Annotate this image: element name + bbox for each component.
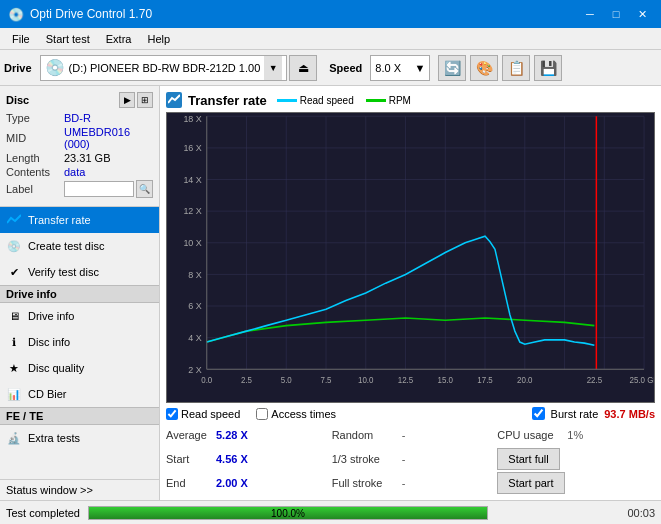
burst-rate-value: 93.7 MB/s	[604, 408, 655, 420]
chart-checkboxes: Read speed Access times Burst rate 93.7 …	[166, 407, 655, 420]
nav-cd-bier[interactable]: 📊 CD Bier	[0, 381, 159, 407]
menu-extra[interactable]: Extra	[98, 31, 140, 47]
nav-transfer-rate-label: Transfer rate	[28, 214, 91, 226]
legend-read-speed-color	[277, 99, 297, 102]
legend-read-speed-label: Read speed	[300, 95, 354, 106]
stats-col-2: Random - 1/3 stroke - Full stroke -	[332, 424, 490, 494]
nav-disc-quality-label: Disc quality	[28, 362, 84, 374]
drive-info-section-header: Drive info	[0, 285, 159, 303]
read-speed-checkbox-label: Read speed	[181, 408, 240, 420]
status-window-label: Status window >>	[6, 484, 93, 496]
fe-te-nav-items: 🔬 Extra tests	[0, 425, 159, 451]
menu-file[interactable]: File	[4, 31, 38, 47]
stats-start-full-row: Start full	[497, 448, 655, 470]
nav-drive-info-label: Drive info	[28, 310, 74, 322]
nav-drive-info[interactable]: 🖥 Drive info	[0, 303, 159, 329]
save-button[interactable]: 💾	[534, 55, 562, 81]
nav-cd-bier-label: CD Bier	[28, 388, 67, 400]
chart-legend: Read speed RPM	[277, 95, 411, 106]
svg-text:10 X: 10 X	[183, 237, 202, 248]
nav-verify-test-disc[interactable]: ✔ Verify test disc	[0, 259, 159, 285]
nav-items: Transfer rate 💿 Create test disc ✔ Verif…	[0, 207, 159, 285]
speed-value: 8.0 X	[375, 62, 401, 74]
stats-start-label: Start	[166, 453, 216, 465]
disc-label-browse[interactable]: 🔍	[136, 180, 153, 198]
disc-icon-1[interactable]: ▶	[119, 92, 135, 108]
disc-mid-row: MID UMEBDR016 (000)	[6, 126, 153, 150]
drive-label: Drive	[4, 62, 32, 74]
svg-text:2.5: 2.5	[241, 375, 252, 385]
disc-length-label: Length	[6, 152, 64, 164]
stats-random-row: Random -	[332, 424, 490, 446]
refresh-button[interactable]: 🔄	[438, 55, 466, 81]
svg-text:15.0: 15.0	[438, 375, 454, 385]
maximize-button[interactable]: □	[605, 5, 627, 23]
speed-dropdown-arrow: ▼	[414, 62, 425, 74]
svg-text:2 X: 2 X	[188, 363, 202, 374]
svg-text:7.5: 7.5	[321, 375, 332, 385]
stats-end-row: End 2.00 X	[166, 472, 324, 494]
svg-rect-0	[167, 113, 654, 402]
chart-wrapper: 2 X 4 X 6 X 8 X 10 X 12 X 14 X 16 X 18 X…	[166, 112, 655, 403]
paste-button[interactable]: 📋	[502, 55, 530, 81]
sidebar: Disc ▶ ⊞ Type BD-R MID UMEBDR016 (000) L…	[0, 86, 160, 500]
cd-bier-icon: 📊	[6, 386, 22, 402]
nav-disc-info-label: Disc info	[28, 336, 70, 348]
status-text: Test completed	[6, 507, 80, 519]
speed-label: Speed	[329, 62, 362, 74]
svg-text:4 X: 4 X	[188, 332, 202, 343]
nav-create-test-disc[interactable]: 💿 Create test disc	[0, 233, 159, 259]
stats-start-value: 4.56 X	[216, 453, 261, 465]
disc-icon-2[interactable]: ⊞	[137, 92, 153, 108]
svg-text:12.5: 12.5	[398, 375, 414, 385]
nav-transfer-rate[interactable]: Transfer rate	[0, 207, 159, 233]
disc-contents-value: data	[64, 166, 85, 178]
create-test-disc-icon: 💿	[6, 238, 22, 254]
disc-label-label: Label	[6, 183, 64, 195]
minimize-button[interactable]: ─	[579, 5, 601, 23]
menu-help[interactable]: Help	[139, 31, 178, 47]
stats-average-label: Average	[166, 429, 216, 441]
read-speed-checkbox[interactable]	[166, 408, 178, 420]
transfer-rate-icon	[6, 212, 22, 228]
svg-text:20.0: 20.0	[517, 375, 533, 385]
stats-average-row: Average 5.28 X	[166, 424, 324, 446]
stats-cpu-row: CPU usage 1%	[497, 424, 655, 446]
legend-rpm-color	[366, 99, 386, 102]
stats-random-label: Random	[332, 429, 402, 441]
color-button[interactable]: 🎨	[470, 55, 498, 81]
nav-disc-info[interactable]: ℹ Disc info	[0, 329, 159, 355]
drive-dropdown-button[interactable]: ▼	[264, 56, 282, 80]
disc-label-input[interactable]	[64, 181, 134, 197]
start-part-button[interactable]: Start part	[497, 472, 564, 494]
burst-rate-checkbox[interactable]	[532, 407, 545, 420]
svg-text:10.0: 10.0	[358, 375, 374, 385]
close-button[interactable]: ✕	[631, 5, 653, 23]
nav-create-test-disc-label: Create test disc	[28, 240, 104, 252]
disc-type-row: Type BD-R	[6, 112, 153, 124]
status-window-button[interactable]: Status window >>	[0, 479, 159, 500]
extra-tests-icon: 🔬	[6, 430, 22, 446]
nav-extra-tests[interactable]: 🔬 Extra tests	[0, 425, 159, 451]
eject-button[interactable]: ⏏	[289, 55, 317, 81]
disc-mid-value: UMEBDR016 (000)	[64, 126, 153, 150]
stats-random-value: -	[402, 429, 442, 441]
start-full-button[interactable]: Start full	[497, 448, 559, 470]
stats-start-row: Start 4.56 X	[166, 448, 324, 470]
access-times-checkbox[interactable]	[256, 408, 268, 420]
drive-selector[interactable]: 💿 (D:) PIONEER BD-RW BDR-212D 1.00 ▼	[40, 55, 288, 81]
chart-title-icon	[166, 92, 182, 108]
menu-start-test[interactable]: Start test	[38, 31, 98, 47]
menu-bar: File Start test Extra Help	[0, 28, 661, 50]
disc-type-value: BD-R	[64, 112, 91, 124]
nav-verify-test-disc-label: Verify test disc	[28, 266, 99, 278]
speed-selector[interactable]: 8.0 X ▼	[370, 55, 430, 81]
svg-text:0.0: 0.0	[201, 375, 212, 385]
nav-disc-quality[interactable]: ★ Disc quality	[0, 355, 159, 381]
main-content: Disc ▶ ⊞ Type BD-R MID UMEBDR016 (000) L…	[0, 86, 661, 500]
fe-te-section-header: FE / TE	[0, 407, 159, 425]
svg-text:8 X: 8 X	[188, 268, 202, 279]
stats-col-3: CPU usage 1% Start full Start part	[497, 424, 655, 494]
disc-contents-row: Contents data	[6, 166, 153, 178]
checkbox-access-times: Access times	[256, 408, 336, 420]
